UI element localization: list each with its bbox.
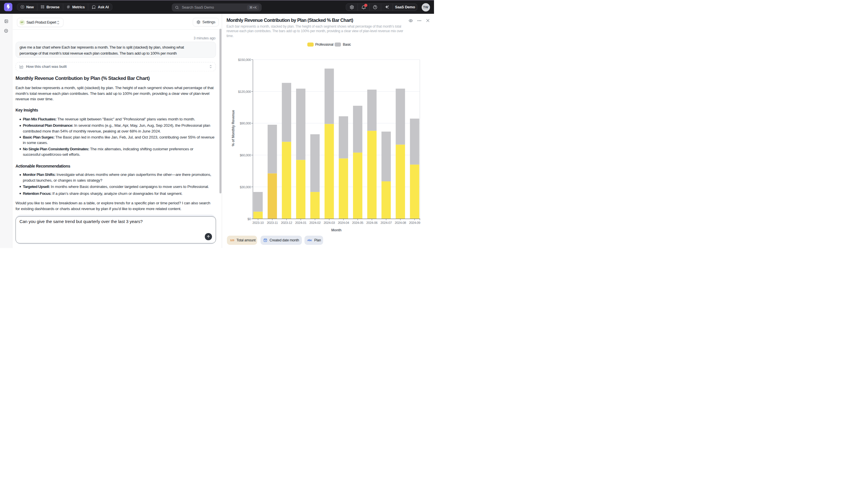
svg-text:2024-06: 2024-06 [366, 221, 377, 224]
svg-text:2024-03: 2024-03 [324, 221, 335, 224]
svg-text:$30,000: $30,000 [240, 185, 251, 188]
svg-text:2023-11: 2023-11 [267, 221, 278, 224]
svg-text:$0: $0 [247, 217, 251, 220]
svg-text:$90,000: $90,000 [240, 121, 251, 125]
svg-text:$150,000: $150,000 [238, 58, 251, 61]
svg-text:$120,000: $120,000 [238, 89, 251, 93]
svg-text:Month: Month [331, 228, 341, 232]
svg-text:$60,000: $60,000 [240, 153, 251, 157]
svg-text:2024-09: 2024-09 [409, 221, 420, 224]
svg-text:2023-12: 2023-12 [281, 221, 292, 224]
svg-text:2024-08: 2024-08 [395, 221, 406, 224]
svg-text:2024-01: 2024-01 [295, 221, 306, 224]
svg-text:2024-04: 2024-04 [338, 221, 349, 224]
svg-text:% of Monthly Revenue: % of Monthly Revenue [231, 110, 235, 146]
svg-text:2024-07: 2024-07 [381, 221, 392, 224]
svg-text:2023-10: 2023-10 [253, 221, 264, 224]
svg-text:2024-05: 2024-05 [352, 221, 363, 224]
svg-text:2024-02: 2024-02 [309, 221, 321, 224]
